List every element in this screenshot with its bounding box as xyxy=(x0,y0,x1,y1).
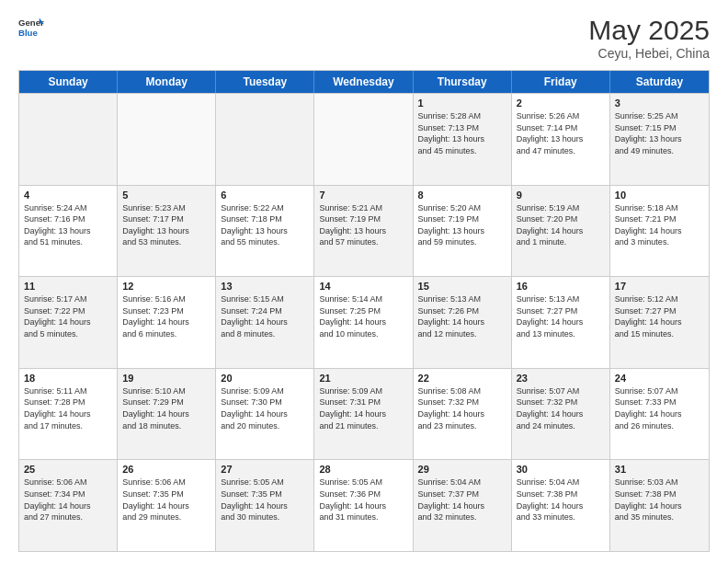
day-number: 6 xyxy=(221,190,309,201)
day-number: 1 xyxy=(418,98,506,109)
cal-cell-7: 7Sunrise: 5:21 AM Sunset: 7:19 PM Daylig… xyxy=(314,186,413,277)
cal-cell-9: 9Sunrise: 5:19 AM Sunset: 7:20 PM Daylig… xyxy=(512,186,610,277)
day-number: 24 xyxy=(615,373,704,384)
day-number: 14 xyxy=(319,281,407,292)
cell-text: Sunrise: 5:06 AM Sunset: 7:34 PM Dayligh… xyxy=(24,477,112,523)
cal-cell-10: 10Sunrise: 5:18 AM Sunset: 7:21 PM Dayli… xyxy=(610,186,709,277)
day-number: 25 xyxy=(24,464,112,475)
calendar-header-row: SundayMondayTuesdayWednesdayThursdayFrid… xyxy=(19,71,709,93)
cell-text: Sunrise: 5:09 AM Sunset: 7:31 PM Dayligh… xyxy=(319,385,407,431)
cal-cell-11: 11Sunrise: 5:17 AM Sunset: 7:22 PM Dayli… xyxy=(19,277,118,368)
cell-text: Sunrise: 5:24 AM Sunset: 7:16 PM Dayligh… xyxy=(24,202,112,248)
cell-text: Sunrise: 5:11 AM Sunset: 7:28 PM Dayligh… xyxy=(24,385,112,431)
logo-icon: General Blue xyxy=(18,15,44,40)
svg-text:Blue: Blue xyxy=(18,28,38,38)
cal-cell-1: 1Sunrise: 5:28 AM Sunset: 7:13 PM Daylig… xyxy=(414,94,512,185)
cal-header-friday: Friday xyxy=(512,71,610,93)
cal-cell-21: 21Sunrise: 5:09 AM Sunset: 7:31 PM Dayli… xyxy=(314,369,413,460)
day-number: 16 xyxy=(517,281,605,292)
cell-text: Sunrise: 5:23 AM Sunset: 7:17 PM Dayligh… xyxy=(122,202,210,248)
calendar-body: 1Sunrise: 5:28 AM Sunset: 7:13 PM Daylig… xyxy=(19,93,709,551)
cal-cell-13: 13Sunrise: 5:15 AM Sunset: 7:24 PM Dayli… xyxy=(216,277,314,368)
day-number: 17 xyxy=(615,281,704,292)
page: General Blue May 2025 Ceyu, Hebei, China… xyxy=(0,0,728,563)
logo: General Blue xyxy=(18,15,44,40)
cal-cell-empty-0-1 xyxy=(118,94,216,185)
cell-text: Sunrise: 5:22 AM Sunset: 7:18 PM Dayligh… xyxy=(221,202,309,248)
calendar: SundayMondayTuesdayWednesdayThursdayFrid… xyxy=(18,70,710,552)
cell-text: Sunrise: 5:20 AM Sunset: 7:19 PM Dayligh… xyxy=(418,202,506,248)
calendar-title: May 2025 xyxy=(588,15,710,46)
day-number: 4 xyxy=(24,190,112,201)
cal-cell-31: 31Sunrise: 5:03 AM Sunset: 7:38 PM Dayli… xyxy=(610,460,709,551)
day-number: 19 xyxy=(122,373,210,384)
day-number: 27 xyxy=(221,464,309,475)
cell-text: Sunrise: 5:05 AM Sunset: 7:36 PM Dayligh… xyxy=(319,477,407,523)
cal-week-2: 11Sunrise: 5:17 AM Sunset: 7:22 PM Dayli… xyxy=(19,276,709,368)
day-number: 11 xyxy=(24,281,112,292)
cal-cell-17: 17Sunrise: 5:12 AM Sunset: 7:27 PM Dayli… xyxy=(610,277,709,368)
cell-text: Sunrise: 5:03 AM Sunset: 7:38 PM Dayligh… xyxy=(615,477,704,523)
cal-cell-30: 30Sunrise: 5:04 AM Sunset: 7:38 PM Dayli… xyxy=(512,460,610,551)
cal-cell-25: 25Sunrise: 5:06 AM Sunset: 7:34 PM Dayli… xyxy=(19,460,118,551)
cell-text: Sunrise: 5:13 AM Sunset: 7:27 PM Dayligh… xyxy=(517,293,605,339)
day-number: 5 xyxy=(122,190,210,201)
cal-header-saturday: Saturday xyxy=(610,71,709,93)
day-number: 28 xyxy=(319,464,407,475)
cal-cell-14: 14Sunrise: 5:14 AM Sunset: 7:25 PM Dayli… xyxy=(314,277,413,368)
day-number: 22 xyxy=(418,373,506,384)
day-number: 8 xyxy=(418,190,506,201)
cell-text: Sunrise: 5:10 AM Sunset: 7:29 PM Dayligh… xyxy=(122,385,210,431)
day-number: 29 xyxy=(418,464,506,475)
cell-text: Sunrise: 5:05 AM Sunset: 7:35 PM Dayligh… xyxy=(221,477,309,523)
cal-cell-6: 6Sunrise: 5:22 AM Sunset: 7:18 PM Daylig… xyxy=(216,186,314,277)
cal-cell-15: 15Sunrise: 5:13 AM Sunset: 7:26 PM Dayli… xyxy=(414,277,512,368)
cal-cell-3: 3Sunrise: 5:25 AM Sunset: 7:15 PM Daylig… xyxy=(610,94,709,185)
day-number: 13 xyxy=(221,281,309,292)
day-number: 31 xyxy=(615,464,704,475)
day-number: 7 xyxy=(319,190,407,201)
cal-week-1: 4Sunrise: 5:24 AM Sunset: 7:16 PM Daylig… xyxy=(19,185,709,277)
cal-week-4: 25Sunrise: 5:06 AM Sunset: 7:34 PM Dayli… xyxy=(19,459,709,551)
cell-text: Sunrise: 5:16 AM Sunset: 7:23 PM Dayligh… xyxy=(122,293,210,339)
day-number: 10 xyxy=(615,190,704,201)
calendar-subtitle: Ceyu, Hebei, China xyxy=(588,46,710,61)
day-number: 23 xyxy=(517,373,605,384)
cal-header-monday: Monday xyxy=(118,71,216,93)
cell-text: Sunrise: 5:09 AM Sunset: 7:30 PM Dayligh… xyxy=(221,385,309,431)
cal-week-3: 18Sunrise: 5:11 AM Sunset: 7:28 PM Dayli… xyxy=(19,368,709,460)
cal-header-thursday: Thursday xyxy=(414,71,512,93)
day-number: 26 xyxy=(122,464,210,475)
cal-cell-18: 18Sunrise: 5:11 AM Sunset: 7:28 PM Dayli… xyxy=(19,369,118,460)
cal-cell-27: 27Sunrise: 5:05 AM Sunset: 7:35 PM Dayli… xyxy=(216,460,314,551)
cell-text: Sunrise: 5:07 AM Sunset: 7:32 PM Dayligh… xyxy=(517,385,605,431)
cell-text: Sunrise: 5:17 AM Sunset: 7:22 PM Dayligh… xyxy=(24,293,112,339)
cal-cell-4: 4Sunrise: 5:24 AM Sunset: 7:16 PM Daylig… xyxy=(19,186,118,277)
cell-text: Sunrise: 5:26 AM Sunset: 7:14 PM Dayligh… xyxy=(517,110,605,156)
cal-cell-8: 8Sunrise: 5:20 AM Sunset: 7:19 PM Daylig… xyxy=(414,186,512,277)
cal-cell-empty-0-3 xyxy=(314,94,413,185)
cal-header-tuesday: Tuesday xyxy=(216,71,314,93)
day-number: 21 xyxy=(319,373,407,384)
day-number: 20 xyxy=(221,373,309,384)
cal-week-0: 1Sunrise: 5:28 AM Sunset: 7:13 PM Daylig… xyxy=(19,93,709,185)
day-number: 15 xyxy=(418,281,506,292)
cal-cell-empty-0-0 xyxy=(19,94,118,185)
cal-cell-19: 19Sunrise: 5:10 AM Sunset: 7:29 PM Dayli… xyxy=(118,369,216,460)
day-number: 9 xyxy=(517,190,605,201)
cal-cell-2: 2Sunrise: 5:26 AM Sunset: 7:14 PM Daylig… xyxy=(512,94,610,185)
cal-header-sunday: Sunday xyxy=(19,71,118,93)
cal-cell-24: 24Sunrise: 5:07 AM Sunset: 7:33 PM Dayli… xyxy=(610,369,709,460)
cell-text: Sunrise: 5:04 AM Sunset: 7:37 PM Dayligh… xyxy=(418,477,506,523)
cell-text: Sunrise: 5:08 AM Sunset: 7:32 PM Dayligh… xyxy=(418,385,506,431)
cal-cell-5: 5Sunrise: 5:23 AM Sunset: 7:17 PM Daylig… xyxy=(118,186,216,277)
day-number: 12 xyxy=(122,281,210,292)
cal-cell-29: 29Sunrise: 5:04 AM Sunset: 7:37 PM Dayli… xyxy=(414,460,512,551)
cell-text: Sunrise: 5:13 AM Sunset: 7:26 PM Dayligh… xyxy=(418,293,506,339)
day-number: 2 xyxy=(517,98,605,109)
cal-cell-23: 23Sunrise: 5:07 AM Sunset: 7:32 PM Dayli… xyxy=(512,369,610,460)
title-block: May 2025 Ceyu, Hebei, China xyxy=(588,15,710,61)
cell-text: Sunrise: 5:07 AM Sunset: 7:33 PM Dayligh… xyxy=(615,385,704,431)
cell-text: Sunrise: 5:15 AM Sunset: 7:24 PM Dayligh… xyxy=(221,293,309,339)
cal-cell-empty-0-2 xyxy=(216,94,314,185)
